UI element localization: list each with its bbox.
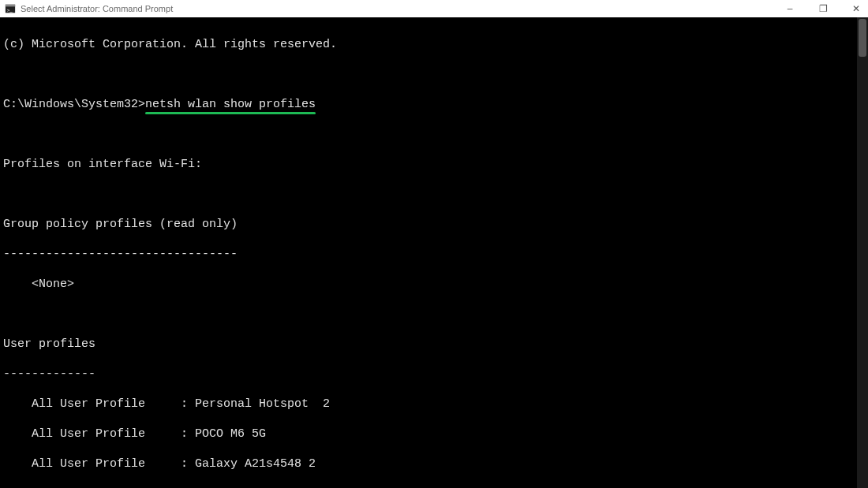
profile-name: POCO M6 5G [195, 427, 266, 441]
profile-name: Personal Hotspot 2 [195, 397, 330, 411]
command-1: netsh wlan show profiles [145, 97, 316, 112]
heading-interface: Profiles on interface Wi-Fi: [3, 157, 865, 172]
titlebar: >_ Select Administrator: Command Prompt … [0, 0, 868, 17]
window-title: Select Administrator: Command Prompt [21, 4, 173, 13]
terminal-output[interactable]: (c) Microsoft Corporation. All rights re… [0, 17, 868, 488]
close-button[interactable]: ✕ [847, 3, 865, 14]
profile-label: All User Profile : [3, 457, 195, 471]
scrollbar[interactable] [857, 17, 868, 488]
none-entry: <None> [3, 277, 865, 292]
svg-text:>_: >_ [7, 7, 13, 13]
dashes: ------------- [3, 367, 865, 382]
maximize-button[interactable]: ❐ [814, 3, 832, 14]
scrollbar-thumb[interactable] [859, 19, 866, 57]
profile-name: Galaxy A21s4548 2 [195, 457, 316, 471]
minimize-button[interactable]: – [781, 3, 799, 14]
heading-user-profiles: User profiles [3, 337, 865, 352]
dashes: --------------------------------- [3, 247, 865, 262]
heading-group-policy: Group policy profiles (read only) [3, 217, 865, 232]
prompt-path: C:\Windows\System32> [3, 98, 145, 111]
cmd-icon: >_ [5, 3, 16, 14]
copyright-line: (c) Microsoft Corporation. All rights re… [3, 37, 865, 52]
profile-label: All User Profile : [3, 427, 195, 441]
profile-label: All User Profile : [3, 397, 195, 411]
